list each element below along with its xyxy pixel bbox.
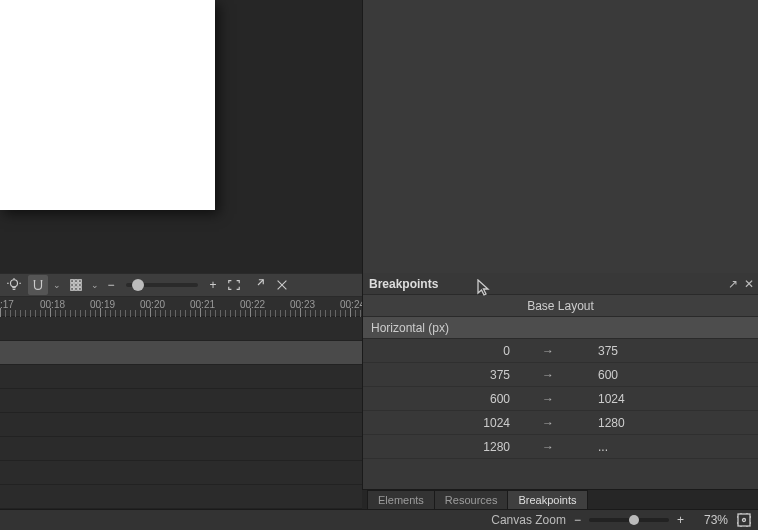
track-row[interactable] — [0, 341, 362, 365]
svg-rect-8 — [71, 280, 74, 283]
track-row[interactable] — [0, 437, 362, 461]
base-layout-button[interactable]: Base Layout — [363, 295, 758, 317]
breakpoint-row[interactable]: 1024→1280 — [363, 411, 758, 435]
svg-rect-19 — [738, 514, 750, 526]
ruler-time-label: 00:18 — [40, 299, 65, 310]
breakpoint-row[interactable]: 375→600 — [363, 363, 758, 387]
track-row[interactable] — [0, 365, 362, 389]
svg-rect-9 — [75, 280, 78, 283]
timeline-zoom-slider[interactable] — [126, 283, 198, 287]
fit-viewport-icon[interactable] — [736, 512, 752, 528]
svg-rect-13 — [79, 284, 82, 287]
ruler-time-label: 00:20 — [140, 299, 165, 310]
track-row[interactable] — [0, 461, 362, 485]
breakpoint-to: 1024 — [578, 392, 758, 406]
ruler-time-label: :17 — [0, 299, 14, 310]
timeline-zoom-in-icon[interactable]: + — [206, 278, 220, 292]
grid-icon[interactable] — [66, 275, 86, 295]
timeline-zoom-slider-thumb[interactable] — [132, 279, 144, 291]
track-row[interactable] — [0, 389, 362, 413]
breakpoint-to: 375 — [578, 344, 758, 358]
svg-rect-11 — [71, 284, 74, 287]
breakpoint-row[interactable]: 1280→... — [363, 435, 758, 459]
panel-expand-icon[interactable]: ↗ — [728, 277, 738, 291]
arrow-right-icon: → — [518, 344, 578, 358]
panel-header: Breakpoints ↗ ✕ — [363, 273, 758, 295]
timeline-ruler[interactable]: :1700:1800:1900:2000:2100:2200:2300:24 — [0, 297, 362, 317]
tab-breakpoints[interactable]: Breakpoints — [507, 490, 587, 509]
grid-dropdown-arrow[interactable]: ⌄ — [90, 280, 100, 290]
svg-rect-12 — [75, 284, 78, 287]
svg-rect-15 — [75, 288, 78, 291]
breakpoint-row[interactable]: 600→1024 — [363, 387, 758, 411]
base-layout-label: Base Layout — [527, 299, 594, 313]
breakpoint-to: 600 — [578, 368, 758, 382]
track-row[interactable] — [0, 317, 362, 341]
status-bar: Canvas Zoom − + 73% — [0, 509, 758, 530]
axis-label-row: Horizontal (px) — [363, 317, 758, 339]
arrow-right-icon: → — [518, 368, 578, 382]
panel-close-icon[interactable]: ✕ — [744, 277, 754, 291]
timeline-tracks[interactable] — [0, 317, 362, 530]
panel-tabs: Elements Resources Breakpoints — [362, 489, 758, 509]
arrow-right-icon: → — [518, 440, 578, 454]
fit-content-icon[interactable] — [224, 275, 244, 295]
ruler-time-label: 00:23 — [290, 299, 315, 310]
zoom-slider-thumb[interactable] — [629, 515, 639, 525]
svg-rect-16 — [79, 288, 82, 291]
snap-dropdown-arrow[interactable]: ⌄ — [52, 280, 62, 290]
tab-elements[interactable]: Elements — [367, 490, 435, 509]
canvas-zoom-label: Canvas Zoom — [491, 513, 566, 527]
svg-point-20 — [743, 519, 746, 522]
arrow-right-icon: → — [518, 416, 578, 430]
breakpoint-to: 1280 — [578, 416, 758, 430]
track-row[interactable] — [0, 485, 362, 509]
breakpoint-from: 375 — [363, 368, 518, 382]
timeline-zoom-out-icon[interactable]: − — [104, 278, 118, 292]
timeline-workspace — [0, 0, 362, 273]
arrow-right-icon: → — [518, 392, 578, 406]
axis-label: Horizontal (px) — [371, 321, 449, 335]
svg-rect-14 — [71, 288, 74, 291]
zoom-in-icon[interactable]: + — [677, 513, 684, 527]
svg-point-0 — [11, 280, 18, 287]
ruler-time-label: 00:19 — [90, 299, 115, 310]
canvas-preview[interactable] — [0, 0, 215, 210]
breakpoint-row[interactable]: 0→375 — [363, 339, 758, 363]
panel-title: Breakpoints — [369, 277, 438, 291]
lightbulb-icon[interactable] — [4, 275, 24, 295]
mouse-cursor-icon — [477, 279, 491, 297]
zoom-percent: 73% — [692, 513, 728, 527]
breakpoint-from: 0 — [363, 344, 518, 358]
tab-resources[interactable]: Resources — [434, 490, 509, 509]
ruler-time-label: 00:21 — [190, 299, 215, 310]
snap-magnet-icon[interactable] — [28, 275, 48, 295]
close-timeline-icon[interactable] — [272, 275, 292, 295]
preview-empty-area — [362, 0, 758, 273]
breakpoint-from: 1280 — [363, 440, 518, 454]
breakpoint-from: 1024 — [363, 416, 518, 430]
zoom-slider[interactable] — [589, 518, 669, 522]
expand-timeline-icon[interactable] — [248, 275, 268, 295]
breakpoint-to: ... — [578, 440, 758, 454]
timeline-toolbar: ⌄ ⌄ − + — [0, 273, 362, 297]
zoom-out-icon[interactable]: − — [574, 513, 581, 527]
breakpoint-from: 600 — [363, 392, 518, 406]
ruler-time-label: 00:22 — [240, 299, 265, 310]
svg-rect-10 — [79, 280, 82, 283]
track-row[interactable] — [0, 413, 362, 437]
breakpoints-panel: Breakpoints ↗ ✕ Base Layout Horizontal (… — [362, 273, 758, 513]
